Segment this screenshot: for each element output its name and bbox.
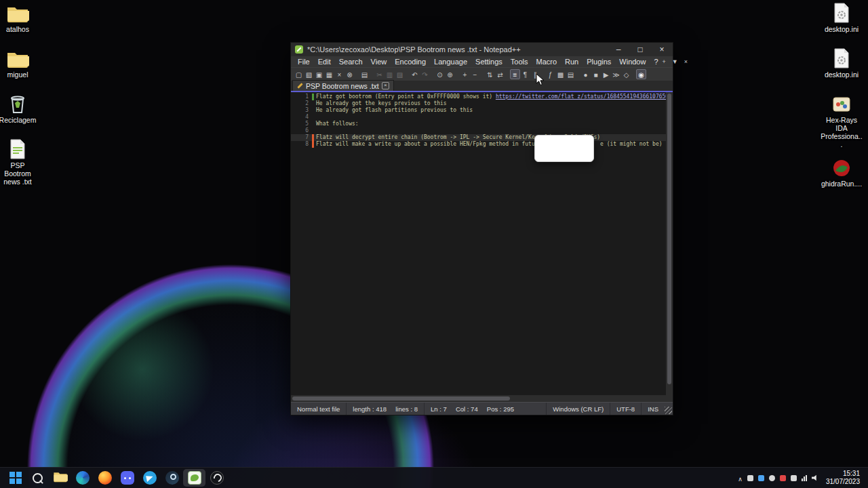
new-file-icon[interactable]: ▢ bbox=[294, 69, 304, 79]
desktop-icons-left: atalhosmiguelReciclagemPSP Bootrom news … bbox=[0, 3, 35, 186]
vertical-scrollbar-thumb[interactable] bbox=[667, 94, 671, 384]
cut-icon[interactable]: ✂ bbox=[374, 69, 384, 79]
save-file-icon[interactable]: ▣ bbox=[314, 69, 324, 79]
tray-app-1-icon[interactable] bbox=[747, 475, 753, 481]
status-insert-mode[interactable]: INS bbox=[641, 403, 665, 415]
desktop-icon-atalhos[interactable]: atalhos bbox=[0, 3, 35, 39]
taskbar-telegram-button[interactable] bbox=[138, 469, 161, 487]
close-button[interactable]: × bbox=[651, 43, 673, 56]
tray-app-3-icon[interactable] bbox=[769, 475, 775, 481]
desktop-icon-ghidrarun[interactable]: ghidraRun.... bbox=[819, 157, 864, 194]
menu-file[interactable]: File bbox=[294, 58, 314, 66]
menu-macro[interactable]: Macro bbox=[532, 58, 561, 66]
taskbar-clock[interactable]: 15:31 31/07/2023 bbox=[826, 470, 860, 487]
paste-icon[interactable]: ▨ bbox=[395, 69, 405, 79]
save-all-icon[interactable]: ▦ bbox=[324, 69, 334, 79]
menu-tools[interactable]: Tools bbox=[507, 58, 532, 66]
macro-run-multiple-icon[interactable]: ≫ bbox=[611, 69, 621, 79]
menu-edit[interactable]: Edit bbox=[314, 58, 335, 66]
tray-expand-icon[interactable]: ∧ bbox=[738, 472, 743, 484]
hyperlink[interactable]: https://twitter.com/flat_z/status/168455… bbox=[496, 94, 666, 100]
taskbar-start-button[interactable] bbox=[4, 469, 26, 487]
menu-plugins[interactable]: Plugins bbox=[583, 58, 615, 66]
editor-line-2: 2He already got the keys previous to thi… bbox=[291, 100, 666, 107]
new-tab-icon[interactable]: + bbox=[663, 58, 666, 65]
horizontal-scrollbar-thumb[interactable] bbox=[292, 396, 510, 401]
desktop-icon-hex-rays-ida-professiona[interactable]: Hex-Rays IDA Professiona... bbox=[819, 94, 864, 148]
menu-help[interactable]: ? bbox=[650, 58, 662, 66]
edge-icon bbox=[76, 471, 90, 485]
replace-icon[interactable]: ⊕ bbox=[445, 69, 455, 79]
desktop-icon-desktop-ini[interactable]: desktop.ini bbox=[819, 48, 864, 85]
maximize-button[interactable]: □ bbox=[629, 43, 651, 56]
find-icon[interactable]: ⊙ bbox=[435, 69, 445, 79]
inifile-icon bbox=[833, 48, 850, 68]
menu-run[interactable]: Run bbox=[561, 58, 583, 66]
macro-record-icon[interactable]: ● bbox=[580, 69, 591, 79]
discord-icon bbox=[121, 471, 134, 485]
macro-stop-icon[interactable]: ■ bbox=[591, 69, 601, 79]
desktop-icon-psp-bootrom-news-txt[interactable]: PSP Bootrom news .txt bbox=[0, 139, 35, 186]
show-all-characters-icon[interactable]: ¶ bbox=[520, 69, 530, 79]
tray-app-5-icon[interactable] bbox=[791, 475, 797, 481]
status-bar: Normal text file length : 418 lines : 8 … bbox=[291, 402, 673, 415]
taskbar-notepad-plus-plus-button[interactable] bbox=[183, 469, 205, 487]
taskbar-discord-button[interactable] bbox=[116, 469, 138, 487]
vertical-scrollbar[interactable] bbox=[666, 92, 673, 395]
resize-grip[interactable] bbox=[665, 407, 672, 414]
sync-vertical-icon[interactable]: ⇅ bbox=[485, 69, 495, 79]
word-wrap-icon[interactable]: ≡ bbox=[510, 69, 520, 79]
menu-view[interactable]: View bbox=[367, 58, 391, 66]
tab-close-icon[interactable]: × bbox=[382, 82, 389, 89]
menu-language[interactable]: Language bbox=[430, 58, 471, 66]
tab-list-icon[interactable]: ▼ bbox=[672, 58, 678, 65]
close-document-icon[interactable]: × bbox=[684, 58, 688, 65]
zoom-out-icon[interactable]: − bbox=[470, 69, 480, 79]
taskbar-edge-button[interactable] bbox=[71, 469, 94, 487]
menu-settings[interactable]: Settings bbox=[471, 58, 507, 66]
text-editor[interactable]: 1Flatz got bootrom (Entry point at 0xFFF… bbox=[291, 92, 666, 395]
horizontal-scrollbar[interactable] bbox=[291, 395, 666, 402]
status-encoding[interactable]: UTF-8 bbox=[610, 403, 641, 415]
zoom-in-icon[interactable]: + bbox=[460, 69, 470, 79]
taskbar-search-button[interactable] bbox=[26, 469, 49, 487]
redo-icon[interactable]: ↷ bbox=[420, 69, 430, 79]
monitoring-icon[interactable]: ◉ bbox=[636, 69, 646, 79]
taskbar-firefox-button[interactable] bbox=[94, 469, 116, 487]
tab-psp-bootrom-news[interactable]: PSP Bootrom news .txt × bbox=[292, 80, 394, 91]
undo-icon[interactable]: ↶ bbox=[410, 69, 420, 79]
document-list-icon[interactable]: ▤ bbox=[566, 69, 576, 79]
sync-horizontal-icon[interactable]: ⇄ bbox=[495, 69, 505, 79]
menu-window[interactable]: Window bbox=[615, 58, 650, 66]
desktop[interactable]: atalhosmiguelReciclagemPSP Bootrom news … bbox=[0, 0, 868, 488]
taskbar-file-explorer-button[interactable] bbox=[49, 469, 71, 487]
minimize-button[interactable]: – bbox=[608, 43, 629, 56]
tray-app-4-icon[interactable] bbox=[780, 475, 786, 481]
close-file-icon[interactable]: × bbox=[334, 69, 344, 79]
line-number: 5 bbox=[291, 121, 312, 127]
close-all-icon[interactable]: ⊗ bbox=[344, 69, 355, 79]
status-eol[interactable]: Windows (CR LF) bbox=[546, 403, 610, 415]
document-map-icon[interactable]: ▩ bbox=[555, 69, 566, 79]
steam-icon bbox=[165, 471, 179, 485]
desktop-icon-miguel[interactable]: miguel bbox=[0, 48, 35, 85]
title-bar[interactable]: *C:\Users\zecoxao\Desktop\PSP Bootrom ne… bbox=[291, 43, 673, 56]
tray-app-2-icon[interactable] bbox=[758, 475, 764, 481]
menu-search[interactable]: Search bbox=[335, 58, 367, 66]
macro-save-icon[interactable]: ◇ bbox=[621, 69, 631, 79]
taskbar-obs-button[interactable] bbox=[205, 469, 228, 487]
desktop-icon-desktop-ini[interactable]: desktop.ini bbox=[819, 3, 864, 39]
inifile-icon bbox=[833, 3, 850, 23]
open-file-icon[interactable]: ▧ bbox=[304, 69, 314, 79]
line-text bbox=[314, 114, 316, 121]
menu-encoding[interactable]: Encoding bbox=[391, 58, 430, 66]
volume-icon[interactable] bbox=[812, 474, 819, 481]
desktop-icon-reciclagem[interactable]: Reciclagem bbox=[0, 94, 35, 130]
notepadpp-logo-icon bbox=[295, 45, 303, 54]
taskbar-steam-button[interactable] bbox=[161, 469, 183, 487]
copy-icon[interactable]: ▥ bbox=[384, 69, 395, 79]
function-list-icon[interactable]: ƒ bbox=[545, 69, 555, 79]
macro-play-icon[interactable]: ▶ bbox=[601, 69, 611, 79]
network-icon[interactable] bbox=[802, 474, 807, 481]
print-icon[interactable]: ▤ bbox=[359, 69, 370, 79]
